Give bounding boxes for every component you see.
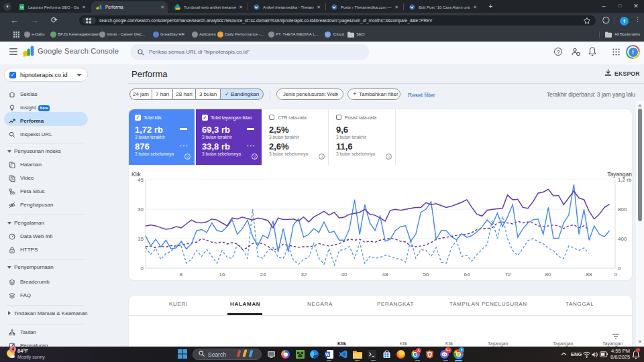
svg-text:W: W: [325, 352, 329, 357]
